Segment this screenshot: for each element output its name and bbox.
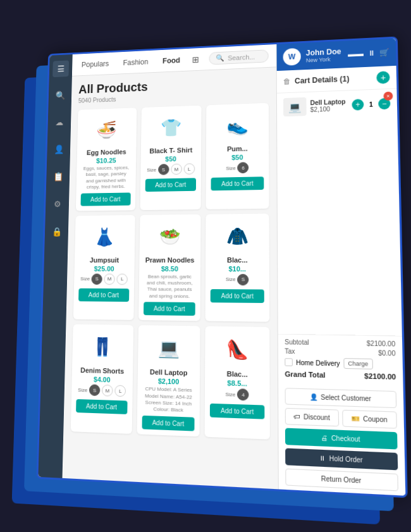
cart-item-name-0: Dell Laptop — [310, 98, 348, 106]
grand-total-row: Grand Total $2100.00 — [285, 369, 396, 380]
product-image-2: 👟 — [219, 108, 256, 143]
header-icons: ▬▬ ⏸ 🛒 — [348, 47, 390, 58]
cart-user-header: W John Doe New York ▬▬ ⏸ 🛒 — [277, 38, 396, 70]
size-s-5[interactable]: S — [237, 273, 248, 285]
tab-fashion[interactable]: Fashion — [121, 56, 151, 68]
add-to-cart-btn-1[interactable]: Add to Cart — [145, 178, 196, 192]
trash-icon[interactable]: 🗑 — [283, 77, 291, 85]
grid-view-icon[interactable]: ⊞ — [192, 54, 200, 64]
add-to-cart-btn-3[interactable]: Add to Cart — [78, 288, 129, 301]
coupon-button[interactable]: 🎫 Coupon — [342, 409, 397, 428]
product-card-5: 🧥 Blac... $10... Size S Add to Cart — [206, 213, 269, 322]
sidebar-icon-user[interactable]: 👤 — [51, 140, 67, 158]
pause-icon[interactable]: ⏸ — [367, 48, 376, 57]
product-card-3: 👗 Jumpsuit $25.00 Size S M L Add to Cart — [73, 214, 135, 319]
main-content: Populars Fashion Food ⊞ 🔍 Search... All … — [63, 44, 278, 489]
tab-food[interactable]: Food — [160, 54, 183, 66]
remove-badge-0[interactable]: × — [383, 91, 393, 100]
checkout-icon: 🖨 — [321, 434, 328, 442]
return-order-button[interactable]: Return Order — [285, 468, 398, 491]
size-4-8[interactable]: 4 — [237, 388, 249, 400]
product-card-8: 👠 Blac... $8.5... Size 4 Add to Cart — [205, 326, 270, 439]
grand-total-value: $2100.00 — [364, 371, 396, 380]
size-l-3[interactable]: L — [116, 273, 128, 285]
search-bar[interactable]: 🔍 Search... — [209, 49, 269, 65]
product-sizes-6: Size S M L — [78, 384, 126, 397]
discount-icon: 🏷 — [293, 412, 300, 420]
product-price-2: $50 — [231, 153, 243, 161]
size-m-1[interactable]: M — [171, 163, 182, 175]
user-avatar: W — [283, 47, 301, 65]
charge-button[interactable]: Charge — [343, 357, 373, 369]
user-info: John Doe New York — [306, 47, 343, 63]
coupon-icon: 🎫 — [352, 414, 360, 422]
size-m-6[interactable]: M — [102, 385, 113, 397]
subtotal-row: Subtotal $2100.00 — [285, 338, 395, 347]
size-m-3[interactable]: M — [104, 273, 114, 285]
product-card-2: 👟 Pum... $50 Size 6 Add to Cart — [206, 102, 269, 209]
checkout-button[interactable]: 🖨 Checkout — [285, 428, 398, 449]
size-s-3[interactable]: S — [92, 273, 102, 285]
add-to-cart-btn-5[interactable]: Add to Cart — [211, 288, 264, 302]
product-sizes-3: Size S M L — [80, 273, 128, 285]
qty-plus-btn-0[interactable]: + — [352, 99, 364, 110]
tab-populars[interactable]: Populars — [79, 58, 111, 70]
products-area: All Products 5040 Products 🍜 Egg Noodles… — [63, 67, 278, 489]
size-6-2[interactable]: 6 — [238, 162, 249, 173]
cart-totals: Subtotal $2100.00 Tax $0.00 Home Deliver… — [278, 333, 403, 387]
product-image-5: 🧥 — [218, 218, 256, 253]
size-l-1[interactable]: L — [183, 163, 195, 175]
cart-icon[interactable]: 🛒 — [379, 47, 390, 56]
sidebar-icon-list[interactable]: 📋 — [50, 168, 66, 185]
product-price-7: $2,100 — [158, 377, 180, 385]
product-card-4: 🥗 Prawn Noodles $8.50 Bean sprouts, garl… — [138, 214, 201, 321]
product-image-6: 👖 — [84, 329, 121, 364]
product-desc-4: Bean sprouts, garlic and chili, mushroom… — [144, 273, 195, 300]
product-image-7: 💻 — [150, 330, 188, 366]
sidebar-icon-cloud[interactable]: ☁ — [51, 113, 68, 130]
product-name-3: Jumpsuit — [90, 256, 120, 263]
size-s-1[interactable]: S — [158, 164, 169, 175]
delivery-checkbox[interactable] — [285, 358, 293, 366]
sidebar-icon-lock[interactable]: 🔒 — [48, 223, 65, 240]
product-card-7: 💻 Dell Laptop $2,100 CPU Model: A Series… — [137, 325, 200, 436]
subtotal-value: $2100.00 — [367, 340, 396, 347]
size-label-1: Size — [147, 166, 156, 172]
cart-actions: 👤 Select Customer 🏷 Discount 🎫 Coupon — [278, 383, 405, 495]
size-label-5: Size — [226, 276, 236, 282]
size-label-3: Size — [80, 276, 90, 281]
product-image-1: 👕 — [153, 110, 190, 144]
size-s-6[interactable]: S — [89, 384, 101, 396]
product-name-8: Blac... — [227, 369, 248, 378]
select-customer-button[interactable]: 👤 Select Customer — [285, 388, 397, 408]
product-name-0: Egg Noodles — [87, 148, 126, 156]
product-desc-0: Eggs, sauces, spices, basil, sage, parsl… — [81, 164, 131, 190]
add-to-cart-btn-0[interactable]: Add to Cart — [80, 192, 130, 206]
discount-coupon-row: 🏷 Discount 🎫 Coupon — [285, 407, 397, 428]
product-name-1: Black T- Shirt — [149, 146, 192, 154]
discount-button[interactable]: 🏷 Discount — [285, 407, 339, 426]
hold-icon: ⏸ — [319, 454, 326, 462]
add-to-cart-btn-6[interactable]: Add to Cart — [76, 399, 127, 414]
product-sizes-8: Size 4 — [225, 388, 249, 400]
add-item-button[interactable]: + — [376, 71, 390, 84]
size-l-6[interactable]: L — [114, 385, 126, 397]
product-card-6: 👖 Denim Shorts $4.00 Size S M L Add to C… — [71, 324, 133, 433]
product-sizes-5: Size S — [226, 273, 249, 285]
add-to-cart-btn-7[interactable]: Add to Cart — [142, 415, 195, 431]
sidebar-icon-search[interactable]: 🔍 — [52, 87, 68, 104]
add-to-cart-btn-2[interactable]: Add to Cart — [211, 176, 264, 190]
user-initials: W — [288, 52, 295, 61]
add-to-cart-btn-4[interactable]: Add to Cart — [144, 302, 195, 316]
product-card-0: 🍜 Egg Noodles $10.25 Eggs, sauces, spice… — [76, 108, 137, 211]
sidebar-icon-settings[interactable]: ⚙ — [49, 195, 65, 212]
add-to-cart-btn-8[interactable]: Add to Cart — [210, 403, 264, 419]
product-price-5: $10... — [228, 264, 246, 272]
sidebar-icon-menu[interactable]: ☰ — [52, 60, 69, 77]
product-price-4: $8.50 — [161, 264, 178, 272]
hold-order-button[interactable]: ⏸ Hold Order — [285, 448, 398, 470]
delivery-label: Home Delivery — [296, 359, 340, 367]
cart-panel: W John Doe New York ▬▬ ⏸ 🛒 🗑 Cart D — [276, 38, 406, 495]
barcode-icon[interactable]: ▬▬ — [348, 49, 364, 58]
product-image-0: 🍜 — [89, 113, 125, 146]
